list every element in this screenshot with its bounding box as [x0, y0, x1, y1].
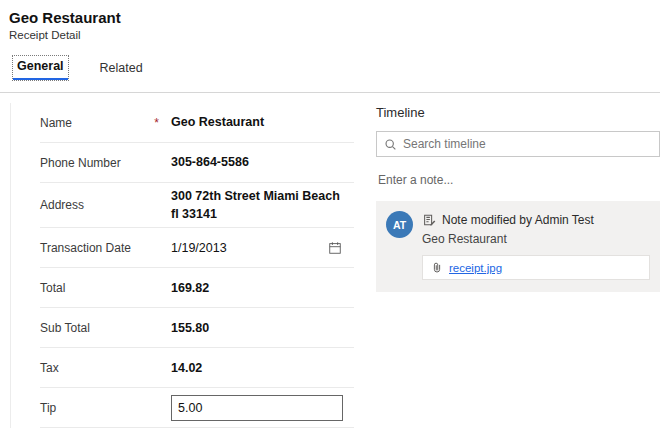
note-subject: Geo Restaurant [422, 232, 650, 246]
field-value-name[interactable]: Geo Restaurant [171, 115, 264, 129]
field-label-text: Total [40, 281, 65, 295]
tab-general[interactable]: General [13, 56, 68, 80]
calendar-icon[interactable] [322, 241, 342, 255]
field-label-total: Total [40, 281, 171, 295]
field-row-sub-total: Sub Total155.80 [40, 308, 354, 348]
field-label-address: Address [40, 198, 171, 212]
form-section: Name*Geo RestaurantPhone Number305-864-5… [10, 103, 354, 428]
timeline-title: Timeline [376, 105, 660, 120]
field-label-transaction-date: Transaction Date [40, 241, 171, 255]
attachment-chip[interactable]: receipt.jpg [422, 255, 650, 280]
note-header: Note modified by Admin Test [422, 211, 650, 227]
field-label-text: Tax [40, 361, 59, 375]
page-subtitle: Receipt Detail [9, 29, 660, 41]
field-value-sub-total[interactable]: 155.80 [171, 321, 209, 335]
field-label-text: Address [40, 198, 84, 212]
search-input[interactable] [403, 137, 652, 151]
avatar: AT [386, 211, 413, 238]
field-value-transaction-date[interactable]: 1/19/2013 [171, 241, 227, 255]
paperclip-icon [431, 261, 443, 274]
field-row-name: Name*Geo Restaurant [40, 103, 354, 143]
search-icon [384, 138, 397, 151]
field-value-total[interactable]: 169.82 [171, 281, 209, 295]
timeline-panel: Timeline Enter a note... AT Note modifie… [376, 105, 660, 292]
field-row-tip: Tip [40, 388, 354, 428]
field-label-text: Transaction Date [40, 241, 131, 255]
field-label-sub-total: Sub Total [40, 321, 171, 335]
field-label-text: Sub Total [40, 321, 90, 335]
field-label-tip: Tip [40, 401, 171, 415]
field-label-text: Tip [40, 401, 56, 415]
field-value-phone-number[interactable]: 305-864-5586 [171, 155, 249, 169]
tab-bar: General Related [0, 41, 660, 80]
note-body: Note modified by Admin Test Geo Restaura… [422, 211, 650, 280]
attachment-link[interactable]: receipt.jpg [449, 262, 502, 274]
note-prompt[interactable]: Enter a note... [378, 173, 660, 187]
required-asterisk: * [154, 116, 159, 130]
field-row-transaction-date: Transaction Date1/19/2013 [40, 228, 354, 268]
field-row-total: Total169.82 [40, 268, 354, 308]
note-icon [422, 213, 436, 227]
page-title: Geo Restaurant [9, 9, 660, 26]
field-value-address[interactable]: 300 72th Street Miami Beach fl 33141 [171, 189, 340, 221]
field-label-text: Phone Number [40, 156, 121, 170]
field-row-phone-number: Phone Number305-864-5586 [40, 143, 354, 183]
field-label-text: Name [40, 116, 72, 130]
field-label-phone-number: Phone Number [40, 156, 171, 170]
field-row-tax: Tax14.02 [40, 348, 354, 388]
timeline-search[interactable] [376, 131, 660, 157]
page-header: Geo Restaurant Receipt Detail [0, 0, 660, 41]
field-value-tax[interactable]: 14.02 [171, 361, 202, 375]
field-row-address: Address300 72th Street Miami Beach fl 33… [40, 183, 354, 228]
main-content: Name*Geo RestaurantPhone Number305-864-5… [0, 93, 660, 428]
tab-related[interactable]: Related [96, 58, 147, 80]
field-label-name: Name* [40, 116, 171, 130]
note-title: Note modified by Admin Test [442, 213, 594, 227]
tip-input[interactable] [171, 395, 343, 421]
timeline-note[interactable]: AT Note modified by Admin Test Geo Resta… [376, 201, 660, 292]
field-label-tax: Tax [40, 361, 171, 375]
